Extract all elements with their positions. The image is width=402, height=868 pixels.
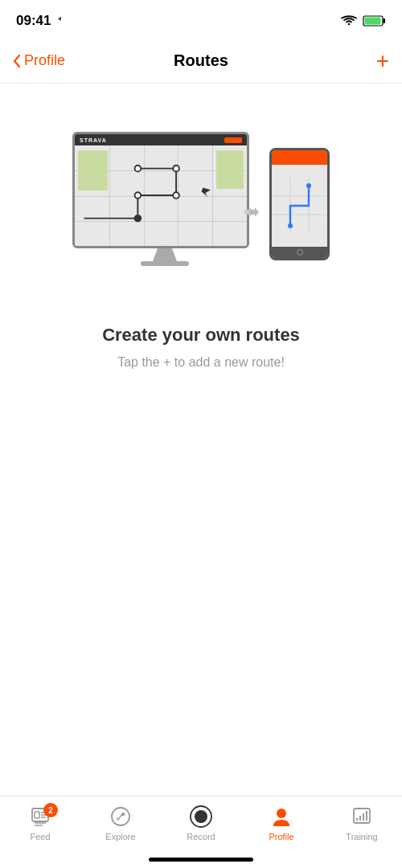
- phone-footer: [272, 247, 327, 258]
- location-icon: [54, 16, 64, 26]
- tab-profile-label: Profile: [269, 832, 293, 841]
- svg-point-6: [135, 192, 142, 199]
- phone-illustration: [269, 148, 330, 260]
- tab-explore-label: Explore: [105, 832, 135, 841]
- main-content: STRAVA: [0, 84, 402, 796]
- empty-state-title: Create your own routes: [102, 325, 300, 346]
- map-area: [75, 145, 247, 246]
- add-route-button[interactable]: +: [325, 48, 389, 74]
- back-chevron-icon: [13, 55, 21, 68]
- svg-point-16: [288, 223, 293, 228]
- back-button[interactable]: Profile: [13, 52, 77, 69]
- back-label: Profile: [24, 52, 65, 69]
- empty-state-subtitle: Tap the + to add a new route!: [117, 355, 285, 370]
- explore-icon: [109, 805, 133, 829]
- monitor-header: STRAVA: [75, 134, 247, 145]
- svg-point-15: [306, 183, 311, 188]
- status-icons: [341, 15, 386, 27]
- home-indicator: [149, 858, 253, 862]
- nav-bar: Profile Routes +: [0, 39, 402, 84]
- phone-home-button: [297, 249, 303, 256]
- feed-badge: 2: [43, 803, 58, 817]
- route-path: [75, 145, 247, 246]
- svg-point-29: [277, 809, 286, 818]
- status-bar: 09:41: [0, 0, 402, 39]
- status-time: 09:41: [16, 13, 64, 29]
- tab-training-label: Training: [346, 832, 377, 841]
- tab-record[interactable]: Record: [161, 805, 241, 841]
- monitor-stand: [153, 248, 177, 261]
- svg-point-3: [135, 166, 142, 172]
- tab-record-label: Record: [187, 832, 215, 841]
- tab-training[interactable]: Training: [322, 805, 402, 841]
- phone-map: [272, 165, 327, 247]
- svg-rect-1: [384, 18, 386, 23]
- illustration: STRAVA: [72, 132, 330, 293]
- tab-explore[interactable]: Explore: [80, 805, 161, 841]
- phone-route: [272, 165, 327, 247]
- wifi-icon: [341, 15, 357, 27]
- strava-logo: STRAVA: [80, 137, 107, 143]
- phone-screen: [272, 150, 327, 258]
- monitor-accent: [224, 137, 242, 143]
- tab-profile[interactable]: Profile: [241, 805, 322, 841]
- svg-point-5: [173, 192, 179, 199]
- sync-arrows: [243, 204, 259, 220]
- svg-rect-2: [365, 18, 381, 25]
- monitor-base: [141, 261, 189, 266]
- record-icon: [189, 805, 213, 829]
- monitor-screen: STRAVA: [72, 132, 249, 248]
- svg-rect-18: [35, 812, 39, 818]
- monitor-illustration: STRAVA: [72, 132, 257, 272]
- svg-point-4: [173, 166, 179, 172]
- svg-marker-8: [202, 187, 211, 196]
- tab-feed-label: Feed: [30, 832, 50, 841]
- tab-feed[interactable]: 2 Feed: [0, 805, 80, 841]
- svg-point-28: [195, 810, 207, 823]
- training-icon: [350, 805, 374, 829]
- page-title: Routes: [174, 51, 228, 70]
- profile-icon: [269, 805, 293, 829]
- phone-header: [272, 150, 327, 165]
- svg-point-7: [135, 215, 142, 222]
- battery-icon: [363, 15, 386, 27]
